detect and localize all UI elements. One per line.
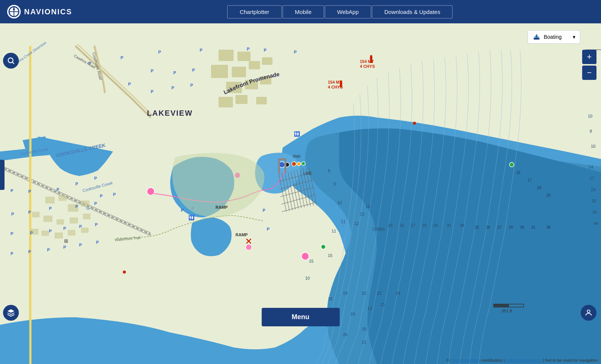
svg-text:P: P — [173, 70, 176, 75]
svg-rect-200 — [284, 158, 286, 173]
svg-text:8: 8 — [590, 129, 592, 133]
svg-rect-29 — [55, 232, 63, 239]
svg-text:P: P — [96, 240, 99, 245]
svg-line-206 — [12, 62, 14, 64]
svg-rect-18 — [45, 197, 55, 203]
svg-text:P: P — [28, 249, 31, 254]
svg-text:22: 22 — [377, 291, 381, 295]
svg-text:25: 25 — [475, 225, 479, 229]
svg-rect-11 — [262, 57, 272, 65]
footer: © OpenStreetMap contributors | Acknowled… — [446, 358, 598, 362]
svg-text:10: 10 — [337, 200, 342, 205]
svg-point-62 — [301, 162, 305, 165]
svg-rect-31 — [81, 228, 89, 233]
zoom-out-button[interactable]: − — [582, 66, 596, 80]
svg-text:154 MT: 154 MT — [328, 80, 342, 84]
svg-text:11: 11 — [341, 219, 346, 224]
map-container[interactable]: P P P P P P P P P P P P P P P P P P P P … — [0, 23, 601, 364]
header: NAVIONICS Chartplotter Mobile WebApp Dow… — [0, 0, 601, 23]
svg-text:30: 30 — [433, 223, 438, 228]
svg-text:22: 22 — [362, 291, 366, 295]
svg-text:CRIBS: CRIBS — [372, 227, 385, 231]
svg-text:⊞: ⊞ — [64, 238, 68, 244]
svg-rect-8 — [211, 65, 228, 78]
svg-text:15: 15 — [328, 253, 332, 258]
search-button[interactable] — [3, 53, 19, 69]
svg-text:30: 30 — [520, 225, 525, 229]
svg-text:4 CHYS: 4 CHYS — [360, 64, 375, 69]
boat-icon — [532, 33, 541, 41]
menu-button[interactable]: Menu — [262, 308, 339, 326]
svg-rect-15 — [219, 97, 233, 107]
svg-text:20: 20 — [592, 199, 596, 203]
svg-text:P: P — [158, 50, 161, 54]
acknowledgements-link[interactable]: Acknowledgements — [506, 358, 541, 362]
svg-rect-16 — [236, 95, 248, 104]
tab-mobile[interactable]: Mobile — [283, 5, 324, 18]
layers-button[interactable] — [3, 305, 19, 321]
svg-text:20: 20 — [592, 210, 597, 214]
svg-rect-186 — [494, 304, 509, 307]
svg-text:19: 19 — [537, 186, 541, 190]
svg-text:P: P — [95, 222, 98, 227]
svg-rect-30 — [68, 230, 75, 236]
svg-text:26: 26 — [399, 223, 404, 228]
svg-text:4 CHYS: 4 CHYS — [328, 85, 343, 89]
chevron-down-icon: ▾ — [573, 34, 575, 40]
svg-point-119 — [342, 225, 344, 227]
svg-text:12: 12 — [354, 221, 359, 226]
svg-text:P: P — [28, 210, 31, 214]
svg-text:11: 11 — [332, 229, 336, 233]
svg-text:P: P — [11, 188, 13, 193]
svg-text:P: P — [128, 82, 131, 86]
svg-text:44: 44 — [593, 221, 598, 226]
svg-rect-24 — [57, 219, 64, 225]
svg-text:9: 9 — [333, 182, 336, 186]
svg-text:10: 10 — [591, 144, 595, 148]
svg-rect-201 — [278, 158, 286, 160]
zoom-in-button[interactable]: + — [582, 50, 596, 64]
search-icon — [7, 57, 15, 65]
svg-point-120 — [348, 223, 349, 224]
tab-webapp[interactable]: WebApp — [325, 5, 371, 18]
svg-text:20: 20 — [362, 327, 366, 331]
tab-downloads[interactable]: Downloads & Updates — [372, 5, 453, 18]
svg-text:P: P — [192, 68, 195, 72]
svg-text:14: 14 — [589, 165, 593, 169]
svg-text:P: P — [264, 48, 266, 52]
svg-text:LAKEVIEW: LAKEVIEW — [147, 109, 193, 117]
svg-text:17: 17 — [590, 176, 594, 180]
svg-rect-28 — [41, 231, 49, 236]
boating-mode-label: Boating — [544, 34, 561, 40]
svg-text:21: 21 — [362, 340, 366, 344]
osm-link[interactable]: OpenStreetMap — [450, 358, 480, 362]
svg-text:38: 38 — [546, 225, 551, 229]
svg-text:38: 38 — [460, 223, 464, 228]
svg-text:P: P — [75, 204, 78, 209]
svg-marker-207 — [8, 309, 14, 313]
svg-rect-7 — [237, 52, 251, 61]
tab-chartplotter[interactable]: Chartplotter — [227, 5, 281, 18]
svg-point-52 — [509, 162, 514, 167]
svg-point-114 — [346, 217, 347, 218]
svg-text:P: P — [75, 182, 78, 186]
svg-text:31: 31 — [531, 225, 536, 229]
svg-point-122 — [359, 225, 361, 227]
svg-point-57 — [301, 252, 309, 260]
boating-dropdown[interactable]: Boating ▾ — [528, 30, 580, 44]
svg-text:351 ft: 351 ft — [502, 309, 512, 313]
svg-text:154 MT: 154 MT — [360, 59, 374, 64]
svg-point-205 — [8, 58, 13, 63]
svg-point-61 — [297, 162, 301, 166]
svg-text:27: 27 — [411, 223, 415, 228]
svg-text:P: P — [151, 89, 153, 94]
svg-text:P: P — [200, 48, 202, 52]
svg-text:20: 20 — [546, 193, 551, 197]
svg-text:8: 8 — [328, 168, 330, 173]
svg-text:🚻: 🚻 — [294, 131, 300, 137]
user-profile-button[interactable] — [581, 305, 596, 321]
svg-text:P: P — [49, 206, 52, 211]
svg-text:P: P — [190, 83, 193, 87]
svg-text:12: 12 — [360, 212, 364, 216]
user-icon — [584, 309, 593, 317]
